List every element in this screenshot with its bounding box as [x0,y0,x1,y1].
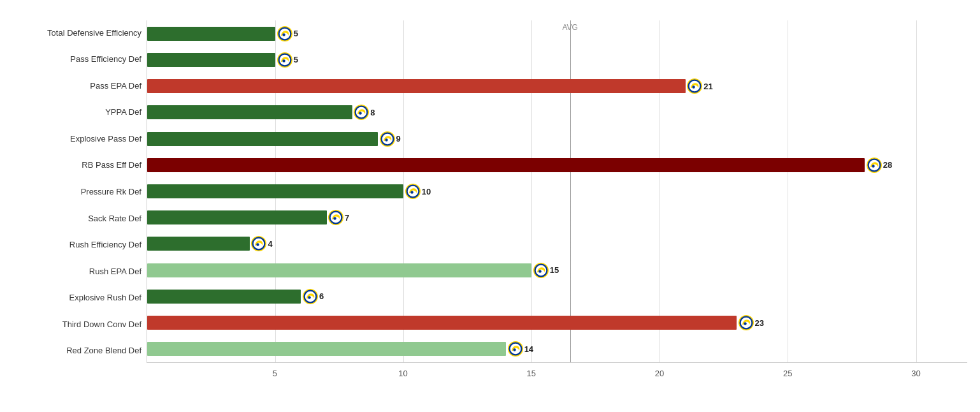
bar-row: 28 [147,152,967,178]
bar-value: 28 [867,158,892,173]
bar-number: 15 [550,265,559,275]
bar-number: 14 [524,344,533,354]
bar-number: 23 [755,318,764,328]
x-tick: 5 [273,369,277,378]
bar-row: 21 [147,73,967,99]
bar [147,158,865,172]
bar-value: 5 [277,26,298,41]
x-tick: 20 [655,369,664,378]
x-tick: 25 [783,369,792,378]
bar-value: 4 [251,236,272,251]
bar-value: 7 [328,210,349,225]
bar-value: 6 [303,289,324,304]
y-label: Pass EPA Def [13,73,147,98]
y-label: Pressure Rk Def [13,179,147,203]
bar-row: 15 [147,257,967,283]
bar-row: 23 [147,310,967,336]
chart-area: Total Defensive EfficiencyPass Efficienc… [13,20,967,381]
bar-row: 5 [147,47,967,73]
y-label: RB Pass Eff Def [13,153,147,177]
chart-container: Total Defensive EfficiencyPass Efficienc… [0,0,980,412]
svg-point-17 [872,165,875,168]
bar-number: 6 [319,291,324,301]
bar-rows: 5 5 21 8 9 28 10 [147,20,967,362]
bar [147,290,301,304]
svg-point-8 [692,85,695,89]
bar-number: 5 [294,29,298,38]
bar-value: 8 [354,105,375,120]
bar-number: 4 [268,239,272,249]
bar-number: 21 [703,82,712,91]
svg-point-2 [282,33,285,36]
bar-value: 9 [380,131,401,147]
bar-row: 6 [147,283,967,309]
bar-number: 5 [294,55,298,64]
x-tick: 10 [398,369,407,378]
bar [147,184,403,198]
bar-row: 8 [147,99,967,126]
svg-point-29 [538,270,542,273]
bars-area: AVG 5 5 21 8 9 28 [147,20,967,363]
svg-point-14 [385,138,388,142]
bar [147,27,275,41]
bar [147,53,275,67]
x-axis: 51015202530 [147,363,967,381]
y-label: Explosive Rush Def [13,286,147,310]
bar [147,342,506,356]
bar-value: 10 [405,184,431,199]
bar-value: 21 [687,78,712,94]
x-tick: 15 [527,369,536,378]
svg-point-32 [308,296,311,299]
svg-point-23 [333,217,336,221]
bar-value: 5 [277,52,298,68]
y-label: Pass Efficiency Def [13,47,147,71]
y-label: Rush Efficiency Def [13,233,147,257]
bar [147,237,250,251]
bar-number: 8 [370,108,375,117]
bar-row: 9 [147,126,967,152]
bar-value: 14 [508,341,533,357]
bar [147,105,352,119]
bar [147,210,327,224]
y-label: YPPA Def [13,100,147,124]
svg-point-38 [513,349,516,352]
y-labels: Total Defensive EfficiencyPass Efficienc… [13,20,147,381]
bar-number: 9 [396,134,401,143]
svg-point-35 [744,322,747,325]
bar [147,316,737,330]
bar-number: 28 [883,160,892,170]
bar-row: 4 [147,231,967,257]
bar-row: 7 [147,205,967,231]
y-label: Total Defensive Efficiency [13,20,147,45]
bar [147,263,531,277]
bar [147,79,686,93]
bar-number: 7 [345,213,349,223]
bar-value: 23 [739,315,764,330]
y-label: Third Down Conv Def [13,312,147,336]
bar-row: 5 [147,20,967,47]
y-label: Sack Rate Def [13,206,147,230]
bar-row: 14 [147,336,967,362]
svg-point-26 [257,244,260,247]
bar-value: 15 [533,263,559,278]
bar-row: 10 [147,178,967,204]
y-label: Red Zone Blend Def [13,339,147,363]
x-tick: 30 [911,369,920,378]
bar [147,132,378,146]
svg-point-20 [410,191,414,194]
bars-section: AVG 5 5 21 8 9 28 [147,20,967,381]
svg-point-5 [282,59,285,63]
y-label: Rush EPA Def [13,259,147,283]
y-label: Explosive Pass Def [13,126,147,151]
svg-point-11 [359,112,363,115]
bar-number: 10 [422,187,431,196]
